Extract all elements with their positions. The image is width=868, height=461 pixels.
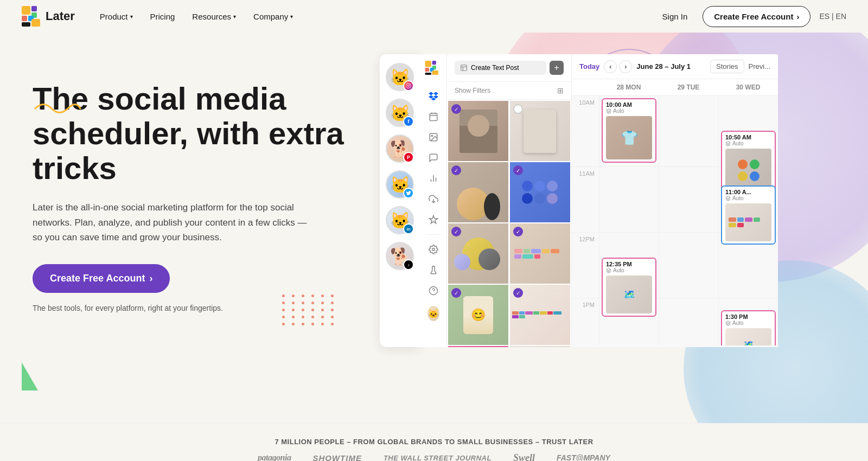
calendar-body: 10AM 10:00 AM Auto 👕: [572, 96, 778, 345]
event-sub: Auto: [725, 320, 771, 326]
time-cell[interactable]: 10:00 AM Auto 👕: [599, 96, 659, 167]
nav-resources[interactable]: Resources ▾: [184, 8, 244, 25]
preview-button[interactable]: Previ...: [749, 62, 770, 71]
nav-user-icon[interactable]: 🐱: [427, 308, 439, 319]
app-main-area: 🐱 Create Text Post + Show Filters ⊞: [420, 54, 778, 347]
time-cell[interactable]: 12:35 PM Auto 🗺️: [599, 233, 659, 298]
media-item[interactable]: [510, 346, 570, 347]
account-facebook[interactable]: 🐱 f: [386, 99, 414, 127]
lang-en[interactable]: EN: [836, 12, 846, 21]
nav-left: Later Product ▾ Pricing Resources ▾ Comp…: [22, 6, 301, 27]
nav-help-icon[interactable]: [427, 285, 439, 297]
svg-point-27: [432, 248, 435, 251]
svg-rect-6: [31, 19, 40, 27]
time-label: 11AM: [572, 167, 599, 232]
time-cell[interactable]: 11:00 A... Auto: [718, 167, 778, 232]
event-sub: Auto: [725, 140, 771, 146]
twitter-badge: [403, 188, 414, 199]
filter-icon[interactable]: ⊞: [557, 86, 564, 95]
media-item[interactable]: ✓: [448, 162, 508, 222]
time-row-12pm: 12PM 12:35 PM Auto 🗺️: [572, 233, 778, 298]
svg-point-8: [407, 85, 409, 86]
nav-ai-icon[interactable]: [427, 214, 439, 226]
media-item[interactable]: 😊 ✓: [448, 346, 508, 347]
svg-rect-31: [461, 65, 467, 71]
prev-week-button[interactable]: ‹: [604, 60, 617, 73]
event-time: 12:35 PM: [606, 261, 652, 267]
time-cell[interactable]: [599, 167, 659, 232]
nav-product[interactable]: Product ▾: [92, 8, 141, 25]
language-switcher: ES | EN: [819, 12, 846, 21]
next-week-button[interactable]: ›: [619, 60, 632, 73]
svg-rect-13: [425, 68, 429, 72]
app-left-nav: 🐱: [420, 54, 447, 347]
event-time: 1:30 PM: [725, 313, 771, 320]
hero-left: The social media scheduler, with extra t…: [0, 33, 369, 423]
event-time: 10:50 AM: [725, 134, 771, 140]
time-cell[interactable]: [659, 96, 718, 167]
nav-pricing[interactable]: Pricing: [143, 8, 183, 25]
stories-button[interactable]: Stories: [710, 60, 744, 73]
create-account-hero-button[interactable]: Create Free Account ›: [33, 264, 170, 293]
media-item[interactable]: ✓: [448, 223, 508, 284]
media-item[interactable]: ✓: [510, 223, 570, 284]
nav-media-icon[interactable]: [427, 131, 439, 143]
nav-labs-icon[interactable]: [427, 264, 439, 276]
hero-title: The social media scheduler, with extra t…: [33, 81, 347, 185]
svg-rect-5: [22, 22, 30, 27]
time-cell[interactable]: 10:50 AM Auto: [718, 96, 778, 167]
nav-company[interactable]: Company ▾: [246, 8, 301, 25]
account-twitter[interactable]: 🐱: [386, 170, 414, 199]
time-cell[interactable]: [659, 298, 718, 345]
create-account-nav-button[interactable]: Create Free Account ›: [703, 6, 810, 27]
time-label: 1PM: [572, 298, 599, 345]
nav-settings-icon[interactable]: [427, 244, 439, 255]
nav-analytics-icon[interactable]: [427, 172, 439, 184]
media-library: Create Text Post + Show Filters ⊞: [447, 54, 572, 347]
media-item[interactable]: ✓: [510, 101, 570, 161]
nav-publish-icon[interactable]: [427, 193, 439, 205]
today-button[interactable]: Today: [579, 62, 599, 71]
svg-rect-3: [22, 16, 27, 21]
media-item[interactable]: 😊 ✓: [448, 285, 508, 345]
time-cell[interactable]: [659, 233, 718, 298]
logo[interactable]: Later: [22, 6, 75, 27]
account-instagram[interactable]: 🐱: [386, 63, 414, 91]
media-grid: ✓ ✓: [447, 100, 571, 347]
svg-rect-10: [425, 61, 431, 67]
time-cell[interactable]: [599, 298, 659, 345]
media-item[interactable]: ✓: [448, 101, 508, 161]
arrow-right-icon: ›: [796, 12, 799, 21]
media-item[interactable]: ✓: [510, 162, 570, 222]
time-cell[interactable]: 1:30 PM Auto 🗺️: [718, 298, 778, 345]
show-filters-label: Show Filters: [455, 87, 490, 94]
svg-rect-15: [425, 73, 431, 75]
lang-es[interactable]: ES: [819, 12, 829, 21]
nav-calendar-icon[interactable]: [427, 111, 439, 123]
create-text-post-button[interactable]: Create Text Post: [455, 61, 546, 75]
time-row-11am: 11AM 11:00 A... Auto: [572, 167, 778, 233]
trust-logo-swell: Swell: [513, 452, 535, 462]
trust-logo-wsj: THE WALL STREET JOURNAL: [384, 454, 492, 462]
media-item[interactable]: ✓: [510, 285, 570, 345]
calendar-navigation: ‹ ›: [604, 60, 632, 73]
hero-section: The social media scheduler, with extra t…: [0, 33, 868, 423]
nav-inbox-icon[interactable]: [427, 152, 439, 164]
time-label: 12PM: [572, 233, 599, 298]
nav-dropbox-icon[interactable]: [427, 90, 439, 102]
pinterest-badge: P: [403, 152, 414, 163]
account-linkedin[interactable]: 🐱 in: [386, 206, 414, 234]
svg-rect-17: [430, 113, 437, 121]
time-cell[interactable]: [718, 233, 778, 298]
sign-in-link[interactable]: Sign In: [656, 8, 694, 25]
account-tiktok[interactable]: 🐕 ♪: [386, 242, 414, 270]
calendar-event[interactable]: 10:00 AM Auto 👕: [602, 98, 656, 163]
event-time: 10:00 AM: [606, 101, 652, 108]
calendar-event[interactable]: 1:30 PM Auto 🗺️: [721, 310, 776, 345]
nav-links: Product ▾ Pricing Resources ▾ Company ▾: [92, 8, 301, 25]
svg-rect-0: [22, 6, 30, 15]
account-pinterest[interactable]: 🐕 P: [386, 135, 414, 163]
media-select-check: ✓: [513, 227, 523, 236]
time-cell[interactable]: [659, 167, 718, 232]
add-media-button[interactable]: +: [550, 61, 564, 75]
